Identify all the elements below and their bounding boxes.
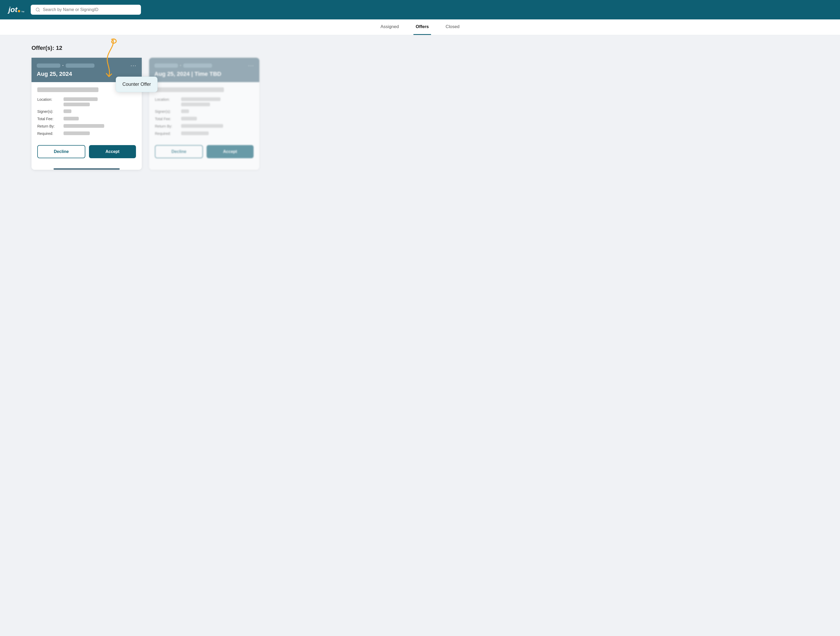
search-icon bbox=[35, 7, 40, 12]
app-header: jot ™ bbox=[0, 0, 840, 19]
offer-card-2: • ··· Aug 25, 2024 | Time TBD Location: … bbox=[149, 58, 259, 170]
card2-fee-val bbox=[181, 117, 197, 120]
card1-location-row: Location: bbox=[37, 98, 136, 106]
card1-required-val bbox=[63, 131, 90, 135]
card2-body: Location: Signer(s): Total Fee: Return B… bbox=[149, 82, 259, 145]
card2-location-val1 bbox=[181, 98, 221, 101]
tab-assigned[interactable]: Assigned bbox=[379, 19, 401, 35]
card1-decline-button[interactable]: Decline bbox=[37, 145, 85, 158]
search-bar[interactable] bbox=[31, 5, 141, 15]
card1-fee-val bbox=[63, 117, 79, 120]
logo-dot bbox=[18, 10, 20, 12]
logo-tm: ™ bbox=[21, 11, 24, 14]
card2-title-bar bbox=[155, 87, 224, 92]
card2-header: • ··· Aug 25, 2024 | Time TBD bbox=[149, 58, 259, 82]
tabs-nav: Assigned Offers Closed bbox=[0, 19, 840, 35]
cards-row: Counter Offer • ··· Aug 25, 2024 Locatio… bbox=[32, 58, 808, 170]
card2-location-label: Location: bbox=[155, 98, 178, 102]
app-logo: jot ™ bbox=[8, 6, 24, 14]
counter-offer-dropdown: Counter Offer bbox=[116, 77, 158, 92]
card2-actions: Decline Accept bbox=[149, 145, 259, 164]
search-input[interactable] bbox=[43, 7, 136, 12]
card2-fee-label: Total Fee: bbox=[155, 117, 178, 121]
card2-returnby-label: Return By: bbox=[155, 124, 178, 128]
card2-returnby-row: Return By: bbox=[155, 124, 254, 128]
card1-required-row: Required: bbox=[37, 131, 136, 135]
logo-text: jot bbox=[8, 6, 17, 14]
card2-location-val2 bbox=[181, 102, 210, 106]
card1-location-val1 bbox=[63, 98, 98, 101]
card2-signers-row: Signer(s): bbox=[155, 109, 254, 113]
card2-decline-button[interactable]: Decline bbox=[155, 145, 203, 158]
card2-accept-button[interactable]: Accept bbox=[207, 145, 254, 158]
card1-returnby-row: Return By: bbox=[37, 124, 136, 128]
main-content: Offer(s): 12 Counter Offer bbox=[0, 35, 840, 636]
card2-signers-label: Signer(s): bbox=[155, 109, 178, 113]
svg-line-1 bbox=[39, 11, 39, 11]
card1-fee-label: Total Fee: bbox=[37, 117, 61, 121]
arrow-annotation bbox=[87, 37, 121, 80]
tab-closed[interactable]: Closed bbox=[444, 19, 462, 35]
card1-returnby-label: Return By: bbox=[37, 124, 61, 128]
card2-fee-row: Total Fee: bbox=[155, 117, 254, 121]
offer-card-1: Counter Offer • ··· Aug 25, 2024 Locatio… bbox=[32, 58, 142, 170]
counter-offer-option[interactable]: Counter Offer bbox=[122, 80, 151, 89]
card1-dots-menu[interactable]: ··· bbox=[131, 63, 136, 68]
card2-date: Aug 25, 2024 | Time TBD bbox=[154, 71, 254, 77]
card2-required-label: Required: bbox=[155, 131, 178, 135]
card1-dot: • bbox=[63, 64, 63, 67]
card2-dots-menu[interactable]: ··· bbox=[248, 63, 254, 68]
card1-signers-row: Signer(s): bbox=[37, 109, 136, 113]
card2-pill-1 bbox=[154, 63, 178, 68]
card2-signers-val bbox=[181, 109, 189, 113]
card1-returnby-val bbox=[63, 124, 104, 128]
card1-signers-label: Signer(s): bbox=[37, 109, 61, 113]
tab-offers[interactable]: Offers bbox=[414, 19, 431, 35]
card2-location-row: Location: bbox=[155, 98, 254, 106]
card1-signers-val bbox=[63, 109, 71, 113]
offers-count: Offer(s): 12 bbox=[32, 45, 808, 52]
card2-pill-2 bbox=[183, 63, 212, 68]
card2-returnby-val bbox=[181, 124, 223, 128]
card1-required-label: Required: bbox=[37, 131, 61, 135]
card1-accept-button[interactable]: Accept bbox=[89, 145, 136, 158]
card1-fee-row: Total Fee: bbox=[37, 117, 136, 121]
card1-pill-1 bbox=[37, 63, 60, 68]
card2-required-row: Required: bbox=[155, 131, 254, 135]
card1-actions: Decline Accept bbox=[32, 145, 142, 164]
card1-scroll-indicator bbox=[54, 168, 120, 170]
card2-required-val bbox=[181, 131, 209, 135]
card1-title-bar bbox=[37, 87, 98, 92]
card1-location-val2 bbox=[63, 102, 90, 106]
card2-dot: • bbox=[180, 64, 181, 67]
card1-location-label: Location: bbox=[37, 98, 61, 102]
